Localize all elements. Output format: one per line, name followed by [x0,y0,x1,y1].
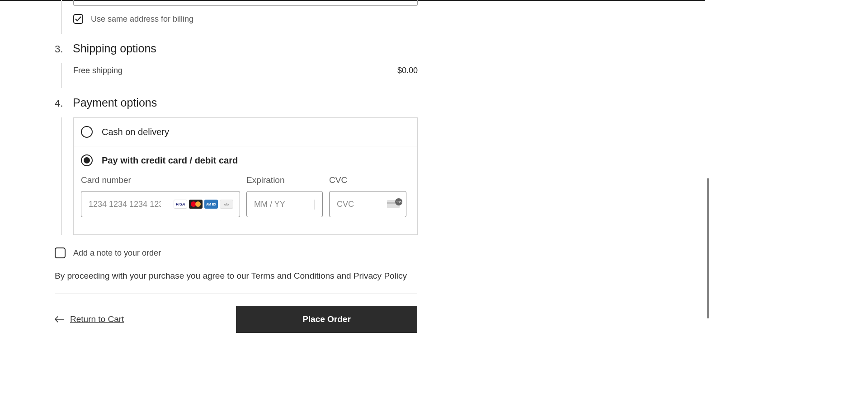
payment-section-body: Cash on delivery Pay with credit card / … [61,117,417,235]
radio-selected-icon [84,157,90,163]
divider [55,294,417,294]
previous-input-remnant[interactable] [73,0,418,6]
expiration-input[interactable] [254,200,290,209]
add-note-checkbox[interactable] [55,247,66,258]
card-number-group: Card number VISA AM EX elo [81,175,240,217]
shipping-section-number: 3. [55,43,64,55]
scrollbar-thumb[interactable] [707,178,709,318]
cash-label: Cash on delivery [102,127,169,137]
card-number-input-box: VISA AM EX elo [81,191,240,217]
card-brand-icons: VISA AM EX elo [174,200,233,209]
card-label: Pay with credit card / debit card [102,155,238,166]
scrollbar[interactable] [707,178,709,318]
expiration-input-box [246,191,323,217]
card-number-label: Card number [81,175,240,185]
text-cursor-icon [315,200,315,210]
bottom-actions-row: Return to Cart Place Order [55,306,417,333]
arrow-left-icon [55,316,65,323]
shipping-option-row[interactable]: Free shipping $0.00 [73,63,418,88]
return-to-cart-text: Return to Cart [70,314,124,324]
cash-radio[interactable] [81,126,93,138]
cvc-hint-icon: 135 [387,200,400,208]
amex-icon: AM EX [204,200,218,209]
payment-option-card[interactable]: Pay with credit card / debit card [74,146,417,174]
place-order-label: Place Order [302,314,351,324]
payment-options-box: Cash on delivery Pay with credit card / … [73,117,418,235]
add-note-label: Add a note to your order [73,248,161,258]
add-note-row: Add a note to your order [55,247,417,258]
mastercard-icon [189,200,203,209]
cvc-group: CVC 135 [329,175,406,217]
same-address-label: Use same address for billing [91,14,193,24]
billing-section-body: Use same address for billing [61,0,417,34]
checkmark-icon [75,16,81,22]
place-order-button[interactable]: Place Order [236,306,417,333]
card-radio[interactable] [81,154,93,166]
cvc-label: CVC [329,175,406,185]
terms-text: By proceeding with your purchase you agr… [55,271,417,281]
cvc-input[interactable] [337,200,373,209]
payment-section-title: Payment options [73,96,157,109]
shipping-option-price: $0.00 [397,66,418,75]
cvc-input-box: 135 [329,191,406,217]
same-address-row: Use same address for billing [73,14,417,34]
return-to-cart-link[interactable]: Return to Cart [55,314,124,324]
checkout-form: Use same address for billing 3. Shipping… [55,0,417,333]
card-fields-row: Card number VISA AM EX elo Expiration [74,174,417,234]
expiration-group: Expiration [246,175,323,217]
payment-option-cash[interactable]: Cash on delivery [74,118,417,146]
visa-icon: VISA [174,200,187,209]
same-address-checkbox[interactable] [73,14,83,24]
payment-section-header: 4. Payment options [55,96,417,109]
shipping-option-label: Free shipping [73,66,123,75]
card-number-input[interactable] [89,200,161,209]
shipping-section-title: Shipping options [73,42,156,55]
payment-section-number: 4. [55,98,64,109]
other-card-icon: elo [220,200,233,209]
shipping-section-header: 3. Shipping options [55,42,417,55]
shipping-section-body: Free shipping $0.00 [61,63,417,88]
expiration-label: Expiration [246,175,323,185]
